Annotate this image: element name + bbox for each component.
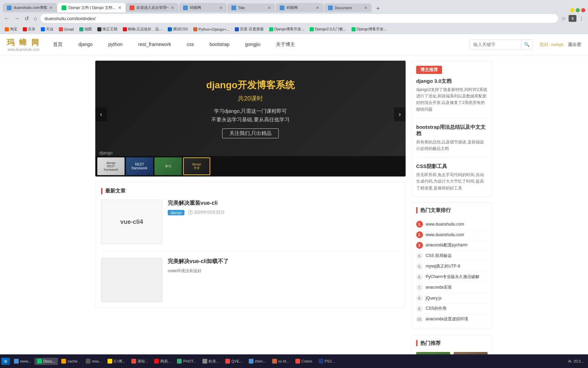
- tab-close[interactable]: ✕: [171, 5, 174, 10]
- reload-button[interactable]: ↺: [23, 15, 30, 22]
- back-button[interactable]: ←: [3, 15, 11, 22]
- tab-close[interactable]: ✕: [219, 5, 223, 10]
- taskbar-item-qve[interactable]: QVE...: [223, 358, 245, 365]
- maximize-button[interactable]: [576, 8, 580, 12]
- hot-link[interactable]: PyCharm专业版永久激活破解: [426, 274, 479, 280]
- tab-close[interactable]: ✕: [364, 5, 368, 10]
- bookmark-css[interactable]: 调试CSS: [166, 26, 190, 32]
- article-item: 完美解决vue-cli卸载不了 node环境没有设好: [101, 258, 400, 302]
- nav-python[interactable]: python: [105, 40, 125, 49]
- taskbar-item-explorer[interactable]: E:\博...: [105, 358, 128, 365]
- new-tab-button[interactable]: +: [374, 5, 383, 12]
- search-input[interactable]: [470, 40, 521, 49]
- hot-link[interactable]: CSS 部局躲远: [426, 253, 452, 259]
- tab-close[interactable]: ✕: [316, 5, 319, 10]
- menu-button[interactable]: ⋮: [578, 15, 585, 22]
- tab-document[interactable]: Document ✕: [324, 3, 372, 12]
- taskbar-item-label: E:\博...: [114, 359, 125, 364]
- tray-ai-label: Ai: [568, 359, 572, 363]
- tab-title[interactable]: Title ✕: [227, 3, 275, 12]
- bookmark-taobao[interactable]: 淘宝: [3, 26, 19, 32]
- search-button[interactable]: 🔍: [521, 40, 533, 49]
- rec-title[interactable]: CSS阴影工具: [416, 163, 488, 170]
- taskbar-item-cache[interactable]: cache .: [59, 358, 82, 365]
- pause-button[interactable]: ⏸: [569, 15, 576, 22]
- tab-masuo2[interactable]: 码嗖网 ✕: [276, 3, 323, 12]
- bookmark-shopping[interactable]: 购物-正品低价、品...: [121, 26, 164, 32]
- nav-about[interactable]: 关于博主: [273, 40, 298, 49]
- nav-django[interactable]: django: [76, 40, 95, 49]
- bookmark-python[interactable]: Python+Django+...: [191, 27, 231, 32]
- taskbar-item-www[interactable]: www...: [11, 358, 34, 365]
- carousel-thumb-3[interactable]: 学习: [154, 157, 182, 175]
- nav-home[interactable]: 首页: [50, 40, 65, 49]
- bookmark-favicon: [97, 27, 101, 31]
- taskbar-item-colors[interactable]: Colors: [293, 358, 315, 365]
- rec-title[interactable]: django 3.0文档: [416, 78, 488, 85]
- nav-bootstrap[interactable]: bootstrap: [207, 40, 232, 49]
- bookmark-django-dev[interactable]: Django博客开发...: [267, 26, 306, 32]
- nav-css[interactable]: css: [184, 40, 197, 49]
- hot-link[interactable]: www.duanshuilu.com: [426, 222, 464, 227]
- logout-link[interactable]: 退出登: [568, 42, 581, 48]
- taskbar-item-photo[interactable]: PHOT...: [174, 358, 199, 365]
- bookmark-django2[interactable]: Django2.0入门教...: [308, 26, 348, 32]
- tab-django[interactable]: Django 文档 | Django 文档 | D... ✕: [58, 3, 126, 12]
- hot-link[interactable]: jQuery.js: [426, 296, 441, 301]
- tab-admin[interactable]: 欢迎进入后台管理~ ✕: [126, 3, 178, 12]
- taskbar-item-oumei[interactable]: 欧美...: [200, 358, 222, 365]
- minimize-button[interactable]: [570, 8, 574, 12]
- hot-link[interactable]: CSS的作用: [426, 306, 446, 311]
- home-button[interactable]: ⌂: [32, 15, 38, 22]
- taskbar-item-icon: [295, 359, 300, 364]
- carousel-thumb-1[interactable]: djangoRESTframework: [97, 157, 125, 175]
- bookmark-favicon: [235, 27, 239, 31]
- tab-favicon: [7, 5, 12, 10]
- article-title[interactable]: 完美解决重装vue-cli: [168, 200, 400, 207]
- bookmark-tianpo[interactable]: 天迫: [39, 26, 55, 32]
- hot-item: 3. anaconda配置pycharm: [416, 240, 488, 251]
- carousel-prev-button[interactable]: ‹: [95, 107, 107, 121]
- taskbar-item-xxht[interactable]: xx.ht...: [270, 358, 292, 365]
- start-button[interactable]: ⊞: [1, 358, 10, 365]
- taskbar-item-docu[interactable]: Docu...: [34, 358, 58, 365]
- article-title[interactable]: 完美解决vue-cli卸载不了: [168, 258, 400, 265]
- carousel-thumb-2[interactable]: RESTframework: [126, 157, 153, 175]
- hot-link[interactable]: mysql真正的UTF-8: [426, 263, 460, 269]
- carousel-next-button[interactable]: ›: [394, 107, 406, 121]
- taskbar-item-wangyi[interactable]: 网易...: [151, 358, 174, 365]
- tab-close[interactable]: ✕: [49, 5, 53, 10]
- taskbar-item-icon: [37, 359, 42, 364]
- hot-link[interactable]: anaconda安装: [426, 285, 452, 290]
- taskbar-item-new[interactable]: new...: [83, 358, 104, 365]
- bookmark-map[interactable]: 地图: [77, 26, 94, 32]
- bookmark-button[interactable]: ☆: [560, 15, 567, 22]
- close-window-button[interactable]: [581, 8, 585, 12]
- taskbar-item-kecheng[interactable]: 课程...: [129, 358, 151, 365]
- tab-masuo[interactable]: 码嗖网 ✕: [179, 3, 227, 12]
- taskbar-item-ps[interactable]: PS2...: [316, 358, 338, 365]
- bookmark-gmail[interactable]: Gmail: [57, 27, 76, 32]
- nav-gongjiu[interactable]: gongjiu: [242, 40, 263, 49]
- taskbar-item-label: 网易...: [160, 359, 171, 364]
- nav-rest-framework[interactable]: rest_framework: [135, 40, 174, 49]
- rec-title[interactable]: bootstrap用法总结以及中文文档: [416, 124, 488, 137]
- sidebar: 博主推荐 django 3.0文档 django3支持了很多新特性,同时对2系统…: [411, 61, 493, 368]
- tab-close[interactable]: ✕: [118, 5, 121, 10]
- hot-link[interactable]: anaconda设置虚拟环境: [426, 316, 468, 322]
- bookmark-zhuwang[interactable]: 珠正王期: [95, 26, 119, 32]
- taskbar-item-zhen[interactable]: zhen...: [246, 358, 269, 365]
- tab-duanshuilu[interactable]: duanshuilu.com博客 ✕: [3, 3, 57, 12]
- carousel-cta: 关注我们,只出精品: [222, 128, 279, 138]
- bookmark-label: 百度-百度搜索: [240, 27, 264, 32]
- tab-close[interactable]: ✕: [267, 5, 271, 10]
- bookmark-jd[interactable]: 京东: [21, 26, 37, 32]
- forward-button[interactable]: →: [13, 15, 21, 22]
- address-input[interactable]: [40, 14, 558, 23]
- bookmark-django-blog[interactable]: Django博客开发...: [349, 26, 389, 32]
- hot-link[interactable]: www.duanshuilu.com: [426, 232, 464, 237]
- bookmark-baidu[interactable]: 百度-百度搜索: [233, 26, 266, 32]
- hot-link[interactable]: anaconda配置pycharm: [426, 242, 468, 248]
- hot-item: 9. CSS的作用: [416, 304, 488, 314]
- carousel-thumb-4[interactable]: django开发: [183, 157, 210, 175]
